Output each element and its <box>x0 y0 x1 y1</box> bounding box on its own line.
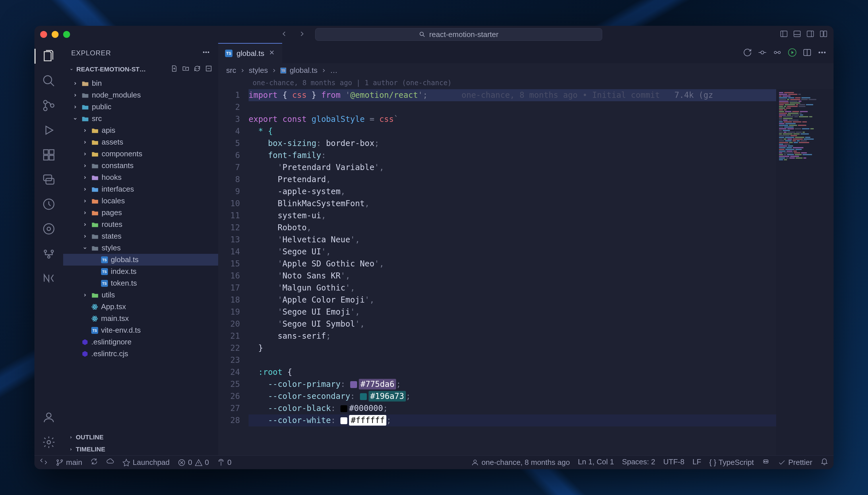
source-control-icon[interactable] <box>41 98 56 113</box>
file-global.ts[interactable]: TSglobal.ts <box>63 254 218 266</box>
more-icon[interactable] <box>202 48 210 58</box>
file-token.ts[interactable]: TStoken.ts <box>63 277 218 289</box>
svg-point-34 <box>94 306 95 307</box>
file-.eslintignore[interactable]: .eslintignore <box>63 336 218 348</box>
timeline-section[interactable]: TIMELINE <box>63 443 218 456</box>
folder-utils[interactable]: utils <box>63 289 218 301</box>
command-center[interactable]: react-emotion-starter <box>315 28 602 41</box>
folder-pages[interactable]: pages <box>63 207 218 219</box>
file-index.ts[interactable]: TSindex.ts <box>63 266 218 277</box>
commit-dot-icon[interactable] <box>758 48 767 58</box>
svg-point-19 <box>44 250 47 252</box>
tab-label: global.ts <box>236 49 264 58</box>
account-icon[interactable] <box>41 410 56 425</box>
search-icon[interactable] <box>41 73 56 88</box>
folder-styles[interactable]: styles <box>63 242 218 254</box>
nav-back-icon[interactable] <box>281 30 289 39</box>
folder-constants[interactable]: constants <box>63 160 218 171</box>
bell-icon[interactable] <box>820 457 829 467</box>
svg-point-18 <box>47 227 50 231</box>
outline-section[interactable]: OUTLINE <box>63 431 218 443</box>
svg-point-46 <box>761 51 764 54</box>
folder-states[interactable]: states <box>63 230 218 242</box>
gitlens-icon[interactable] <box>41 221 56 236</box>
extensions-icon[interactable] <box>41 148 56 162</box>
folder-apis[interactable]: apis <box>63 124 218 136</box>
new-file-icon[interactable] <box>170 65 178 74</box>
launchpad-status[interactable]: Launchpad <box>122 458 170 467</box>
timeline-icon[interactable] <box>41 197 56 212</box>
sync-icon[interactable] <box>90 457 98 467</box>
prettier-status[interactable]: Prettier <box>778 457 812 467</box>
more-icon[interactable] <box>818 48 827 58</box>
project-name: REACT-EMOTION-ST… <box>76 66 146 73</box>
cursor-position[interactable]: Ln 1, Col 1 <box>578 457 614 467</box>
file-.eslintrc.cjs[interactable]: .eslintrc.cjs <box>63 348 218 360</box>
file-main.tsx[interactable]: main.tsx <box>63 312 218 324</box>
ports-status[interactable]: 0 <box>217 458 231 467</box>
blame-status[interactable]: one-chance, 8 months ago <box>471 457 570 467</box>
cloud-icon[interactable] <box>106 457 114 467</box>
panel-bottom-icon[interactable] <box>793 30 801 39</box>
run-debug-icon[interactable] <box>41 123 56 138</box>
nx-icon[interactable] <box>41 271 56 286</box>
svg-point-23 <box>47 441 50 444</box>
svg-point-26 <box>208 52 209 53</box>
svg-rect-11 <box>49 150 54 154</box>
folder-src[interactable]: src <box>63 113 218 124</box>
commit-dots-icon[interactable] <box>773 48 782 58</box>
svg-point-8 <box>44 107 47 111</box>
folder-interfaces[interactable]: interfaces <box>63 183 218 195</box>
explorer-icon[interactable] <box>41 49 56 64</box>
window-close-button[interactable] <box>40 31 47 38</box>
svg-point-57 <box>57 464 59 465</box>
chat-icon[interactable] <box>41 172 56 187</box>
graph-icon[interactable] <box>41 246 56 261</box>
window-minimize-button[interactable] <box>52 31 59 38</box>
play-icon[interactable] <box>788 48 797 58</box>
remote-icon[interactable] <box>39 457 48 467</box>
svg-point-21 <box>48 256 50 258</box>
folder-routes[interactable]: routes <box>63 219 218 230</box>
file-vite-env.d.ts[interactable]: TSvite-env.d.ts <box>63 324 218 336</box>
svg-point-22 <box>47 413 51 417</box>
svg-rect-10 <box>44 150 48 154</box>
errors-status[interactable]: 0 0 <box>178 458 209 467</box>
encoding-status[interactable]: UTF-8 <box>664 457 685 467</box>
folder-components[interactable]: components <box>63 148 218 160</box>
svg-rect-5 <box>824 31 827 37</box>
close-icon[interactable] <box>268 49 275 58</box>
project-header[interactable]: REACT-EMOTION-ST… <box>63 63 218 76</box>
svg-point-7 <box>44 100 47 104</box>
folder-bin[interactable]: bin <box>63 78 218 89</box>
folder-public[interactable]: public <box>63 101 218 113</box>
gear-icon[interactable] <box>41 435 56 450</box>
spaces-status[interactable]: Spaces: 2 <box>622 457 655 467</box>
language-status[interactable]: { }TypeScript <box>709 457 754 467</box>
folder-locales[interactable]: locales <box>63 195 218 207</box>
svg-point-48 <box>778 51 781 54</box>
split-icon[interactable] <box>803 48 812 58</box>
history-back-icon[interactable] <box>743 48 752 58</box>
folder-assets[interactable]: assets <box>63 136 218 148</box>
new-folder-icon[interactable] <box>182 65 190 74</box>
folder-hooks[interactable]: hooks <box>63 171 218 183</box>
branch-status[interactable]: main <box>56 458 82 467</box>
collapse-icon[interactable] <box>205 65 212 74</box>
window-maximize-button[interactable] <box>63 31 70 38</box>
panel-left-icon[interactable] <box>780 30 788 39</box>
eol-status[interactable]: LF <box>692 457 701 467</box>
layout-icon[interactable] <box>819 30 828 39</box>
svg-point-20 <box>51 250 53 252</box>
svg-point-53 <box>824 52 825 53</box>
refresh-icon[interactable] <box>194 65 201 74</box>
svg-rect-15 <box>46 178 54 184</box>
breadcrumb[interactable]: src styles TS global.ts … <box>218 63 834 78</box>
file-App.tsx[interactable]: App.tsx <box>63 301 218 312</box>
nav-forward-icon[interactable] <box>297 30 306 39</box>
folder-node_modules[interactable]: node_modules <box>63 89 218 101</box>
tab-global-ts[interactable]: TS global.ts <box>218 43 282 63</box>
minimap[interactable] <box>776 89 834 456</box>
copilot-icon[interactable] <box>762 457 770 467</box>
panel-right-icon[interactable] <box>806 30 815 39</box>
